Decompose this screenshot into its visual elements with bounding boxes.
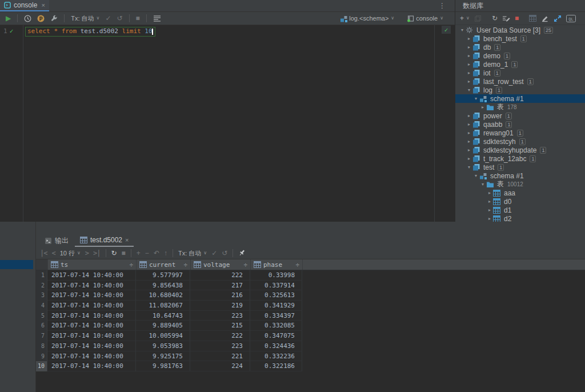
- tree-item-iot[interactable]: ▸iot1: [455, 69, 585, 77]
- chevron-right-icon[interactable]: ▸: [466, 139, 472, 144]
- cell-current[interactable]: 9.925175: [136, 351, 190, 362]
- cell-phase[interactable]: 0.341929: [250, 301, 302, 311]
- cell-ts[interactable]: 2017-07-14 10:40:00: [47, 290, 136, 301]
- tx-mode-dropdown-results[interactable]: Tx: 自动∨: [176, 249, 209, 258]
- chevron-down-icon[interactable]: ▾: [459, 27, 466, 33]
- tree-item-aaa[interactable]: ▸aaa: [455, 189, 585, 197]
- chevron-right-icon[interactable]: ▸: [486, 199, 493, 204]
- add-row-button[interactable]: +: [134, 249, 143, 258]
- sort-icon[interactable]: ÷: [295, 261, 299, 269]
- chevron-right-icon[interactable]: ▸: [466, 130, 472, 135]
- cell-voltage[interactable]: 223: [190, 341, 250, 351]
- cell-ts[interactable]: 2017-07-14 10:40:00: [47, 301, 136, 311]
- tree-item-d2[interactable]: ▸d2: [455, 214, 585, 222]
- cell-voltage[interactable]: 216: [190, 290, 250, 301]
- column-header-current[interactable]: current÷: [137, 259, 191, 270]
- next-page-button[interactable]: >: [83, 249, 91, 258]
- modify-button[interactable]: [500, 14, 512, 23]
- tree-item-test[interactable]: ▾test1: [455, 163, 585, 171]
- row-number[interactable]: 2: [36, 281, 47, 291]
- row-number[interactable]: 8: [36, 341, 47, 351]
- tree-item-log[interactable]: ▾log1: [455, 86, 585, 94]
- table-view-button[interactable]: [527, 14, 539, 22]
- tree-item-db[interactable]: ▸db1: [455, 43, 585, 51]
- jump-to-console-button[interactable]: [551, 14, 564, 23]
- tx-mode-dropdown[interactable]: Tx: 自动∨: [69, 14, 102, 23]
- sort-icon[interactable]: ÷: [183, 261, 187, 269]
- cell-phase[interactable]: 0.325613: [250, 290, 302, 301]
- cell-ts[interactable]: 2017-07-14 10:40:00: [47, 270, 136, 281]
- cell-ts[interactable]: 2017-07-14 10:40:00: [47, 351, 136, 362]
- cell-ts[interactable]: 2017-07-14 10:40:00: [47, 321, 136, 331]
- tree-item-schema-1[interactable]: ▾schema #1: [455, 171, 585, 180]
- cell-phase[interactable]: 0.332236: [250, 351, 302, 362]
- cell-phase[interactable]: 0.322186: [250, 361, 302, 371]
- tree-item-demo[interactable]: ▸demo1: [455, 51, 585, 60]
- tab-options-kebab-icon[interactable]: ⋮: [439, 2, 446, 10]
- sql-statement[interactable]: select * from test.d5002 limit 10: [25, 27, 155, 37]
- results-tab-test-d5002[interactable]: test.d5002×: [75, 234, 134, 247]
- cell-ts[interactable]: 2017-07-14 10:40:00: [47, 311, 136, 321]
- row-number[interactable]: 10: [36, 361, 47, 371]
- prev-page-button[interactable]: <: [49, 249, 57, 258]
- stop-query-button[interactable]: ■: [119, 249, 128, 258]
- chevron-right-icon[interactable]: ▸: [466, 122, 472, 127]
- close-icon[interactable]: ×: [125, 237, 129, 243]
- add-datasource-button[interactable]: +∨: [458, 14, 472, 23]
- column-header-ts[interactable]: ts÷: [48, 259, 137, 270]
- tree-item--[interactable]: ▸表178: [455, 103, 585, 111]
- tree-item-d0[interactable]: ▸d0: [455, 197, 585, 206]
- cell-voltage[interactable]: 223: [190, 311, 250, 321]
- services-tree-pane[interactable]: [0, 222, 36, 392]
- tree-item-schema-1[interactable]: ▾schema #1: [455, 94, 585, 103]
- tree-item-power[interactable]: ▸power1: [455, 111, 585, 120]
- inspection-ok-icon[interactable]: ✓: [442, 26, 451, 34]
- cell-phase[interactable]: 0.324436: [250, 341, 302, 351]
- cell-voltage[interactable]: 217: [190, 281, 250, 291]
- row-number[interactable]: 6: [36, 321, 47, 331]
- tree-item-sdktestcyh[interactable]: ▸sdktestcyh1: [455, 137, 585, 146]
- cell-current[interactable]: 10.64743: [136, 311, 190, 321]
- sql-editor[interactable]: 1 ✓ select * from test.d5002 limit 10 ✓: [0, 25, 455, 222]
- tree-item-last_row_test[interactable]: ▸last_row_test1: [455, 77, 585, 86]
- chevron-right-icon[interactable]: ▸: [466, 45, 472, 50]
- row-number[interactable]: 9: [36, 351, 47, 362]
- close-icon[interactable]: ×: [41, 2, 45, 9]
- rollback-button[interactable]: ↺: [115, 14, 125, 23]
- page-size-dropdown[interactable]: 10 行∨: [58, 249, 83, 258]
- row-number[interactable]: 5: [36, 311, 47, 321]
- duplicate-button[interactable]: [472, 14, 484, 23]
- commit-button[interactable]: ✓: [103, 14, 113, 23]
- cell-ts[interactable]: 2017-07-14 10:40:00: [47, 361, 136, 371]
- chevron-right-icon[interactable]: ▸: [466, 113, 472, 118]
- chevron-down-icon[interactable]: ▾: [466, 87, 472, 93]
- submit-button[interactable]: ↑: [162, 249, 170, 258]
- commit-button-results[interactable]: ✓: [209, 249, 219, 258]
- cell-current[interactable]: 10.680402: [136, 290, 190, 301]
- cell-voltage[interactable]: 222: [190, 270, 250, 281]
- chevron-down-icon[interactable]: ▾: [472, 173, 479, 178]
- column-header-phase[interactable]: phase÷: [251, 259, 303, 270]
- cell-current[interactable]: 9.577997: [136, 270, 190, 281]
- ddl-editor-button[interactable]: [539, 14, 551, 23]
- cell-ts[interactable]: 2017-07-14 10:40:00: [47, 331, 136, 341]
- chevron-right-icon[interactable]: ▸: [486, 216, 493, 221]
- settings-button[interactable]: [48, 14, 60, 23]
- cell-phase[interactable]: 0.337914: [250, 281, 302, 291]
- row-number[interactable]: 1: [36, 270, 47, 281]
- grid-corner-cell[interactable]: [36, 259, 48, 270]
- chevron-right-icon[interactable]: ▸: [466, 156, 472, 161]
- tree-item-user-data-source-3-[interactable]: ▾User Data Source [3]25: [455, 26, 585, 34]
- cell-current[interactable]: 11.082067: [136, 301, 190, 311]
- cell-phase[interactable]: 0.347075: [250, 331, 302, 341]
- chevron-right-icon[interactable]: ▸: [466, 70, 472, 75]
- cell-phase[interactable]: 0.332085: [250, 321, 302, 331]
- chevron-right-icon[interactable]: ▸: [466, 62, 472, 67]
- chevron-down-icon[interactable]: ▾: [479, 182, 486, 187]
- column-header-voltage[interactable]: voltage÷: [191, 259, 251, 270]
- chevron-right-icon[interactable]: ▸: [466, 36, 472, 41]
- cell-ts[interactable]: 2017-07-14 10:40:00: [47, 341, 136, 351]
- rollback-button-results[interactable]: ↺: [219, 249, 230, 258]
- delete-row-button[interactable]: −: [143, 249, 151, 258]
- pin-tab-button[interactable]: [236, 249, 248, 257]
